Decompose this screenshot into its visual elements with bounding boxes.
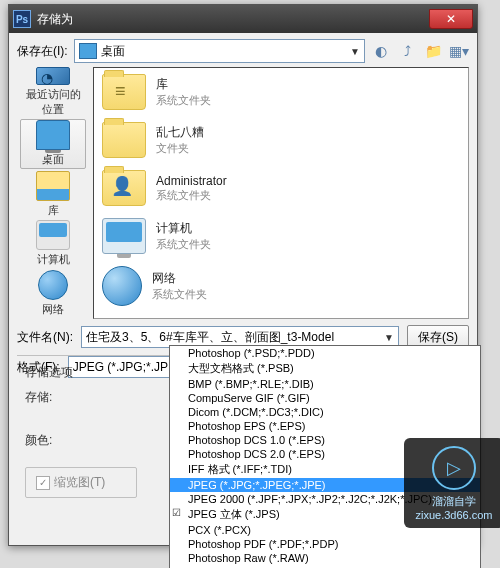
color-label: 颜色: bbox=[25, 432, 77, 449]
place-computer[interactable]: 计算机 bbox=[21, 220, 85, 268]
folder-icon bbox=[102, 122, 146, 158]
item-sub: 系统文件夹 bbox=[156, 93, 211, 108]
desktop-icon bbox=[36, 120, 70, 150]
format-option-label: Photoshop (*.PSD;*.PDD) bbox=[188, 347, 315, 359]
format-option-label: Photoshop PDF (*.PDF;*.PDP) bbox=[188, 538, 338, 550]
item-name: Administrator bbox=[156, 174, 227, 188]
list-item[interactable]: 乱七八糟 文件夹 bbox=[94, 116, 468, 164]
location-toolbar: 保存在(I): 桌面 ▼ ◐ ⤴ 📁 ▦▾ bbox=[9, 33, 477, 67]
format-option-label: 大型文档格式 (*.PSB) bbox=[188, 362, 294, 374]
thumbnail-checkbox[interactable]: ✓ 缩览图(T) bbox=[25, 467, 137, 498]
watermark-line1: 溜溜自学 bbox=[432, 494, 476, 509]
place-desktop[interactable]: 桌面 bbox=[20, 119, 86, 169]
up-button[interactable]: ⤴ bbox=[397, 41, 417, 61]
checkbox-icon: ✓ bbox=[36, 476, 50, 490]
item-sub: 系统文件夹 bbox=[156, 188, 227, 203]
format-option[interactable]: Dicom (*.DCM;*.DC3;*.DIC) bbox=[170, 405, 480, 419]
views-menu-button[interactable]: ▦▾ bbox=[449, 41, 469, 61]
folder-user-icon bbox=[102, 170, 146, 206]
format-option-label: Photoshop DCS 1.0 (*.EPS) bbox=[188, 434, 325, 446]
place-label: 网络 bbox=[42, 302, 64, 317]
place-label: 最近访问的位置 bbox=[21, 87, 85, 117]
check-icon: ☑ bbox=[172, 507, 181, 518]
place-label: 桌面 bbox=[42, 152, 64, 167]
storage-label: 存储: bbox=[25, 389, 77, 406]
globe-icon bbox=[102, 266, 142, 306]
item-name: 库 bbox=[156, 76, 211, 93]
format-option-label: JPEG 立体 (*.JPS) bbox=[188, 508, 280, 520]
new-folder-button[interactable]: 📁 bbox=[423, 41, 443, 61]
item-sub: 系统文件夹 bbox=[152, 287, 207, 302]
item-sub: 文件夹 bbox=[156, 141, 204, 156]
monitor-icon bbox=[102, 218, 146, 254]
back-button[interactable]: ◐ bbox=[371, 41, 391, 61]
desktop-icon bbox=[79, 43, 97, 59]
place-label: 库 bbox=[48, 203, 59, 218]
recent-icon bbox=[36, 67, 70, 85]
format-option-label: CompuServe GIF (*.GIF) bbox=[188, 392, 310, 404]
ps-app-icon: Ps bbox=[13, 10, 31, 28]
format-option-label: JPEG (*.JPG;*.JPEG;*.JPE) bbox=[188, 479, 326, 491]
save-in-dropdown[interactable]: 桌面 ▼ bbox=[74, 39, 365, 63]
places-bar: 最近访问的位置 桌面 库 计算机 网络 bbox=[17, 67, 89, 319]
close-icon: ✕ bbox=[446, 12, 456, 26]
item-sub: 系统文件夹 bbox=[156, 237, 211, 252]
format-option[interactable]: Photoshop EPS (*.EPS) bbox=[170, 419, 480, 433]
save-in-value: 桌面 bbox=[101, 43, 125, 60]
place-network[interactable]: 网络 bbox=[21, 270, 85, 318]
format-option-label: BMP (*.BMP;*.RLE;*.DIB) bbox=[188, 378, 314, 390]
file-list[interactable]: 库 系统文件夹 乱七八糟 文件夹 Administrator 系统文件夹 bbox=[93, 67, 469, 319]
filename-label: 文件名(N): bbox=[17, 329, 73, 346]
format-option-label: Photoshop DCS 2.0 (*.EPS) bbox=[188, 448, 325, 460]
format-option-label: PCX (*.PCX) bbox=[188, 524, 251, 536]
titlebar: Ps 存储为 ✕ bbox=[9, 5, 477, 33]
watermark-badge: ▷ 溜溜自学 zixue.3d66.com bbox=[404, 438, 500, 528]
chevron-down-icon: ▼ bbox=[350, 46, 360, 57]
thumbnail-label: 缩览图(T) bbox=[54, 474, 105, 491]
item-name: 乱七八糟 bbox=[156, 124, 204, 141]
folder-library-icon bbox=[102, 74, 146, 110]
play-icon: ▷ bbox=[432, 446, 476, 490]
format-option-label: Photoshop Raw (*.RAW) bbox=[188, 552, 309, 564]
filename-value: 住宅及3、5、6#车库平、立、剖面图_t3-Model bbox=[86, 329, 334, 346]
close-button[interactable]: ✕ bbox=[429, 9, 473, 29]
format-option-label: JPEG 2000 (*.JPF;*.JPX;*.JP2;*.J2C;*.J2K… bbox=[188, 493, 432, 505]
format-option-label: IFF 格式 (*.IFF;*.TDI) bbox=[188, 463, 292, 475]
watermark-line2: zixue.3d66.com bbox=[415, 509, 492, 521]
format-option[interactable]: Photoshop PDF (*.PDF;*.PDP) bbox=[170, 537, 480, 551]
chevron-down-icon: ▼ bbox=[384, 332, 394, 343]
computer-icon bbox=[36, 220, 70, 250]
save-in-label: 保存在(I): bbox=[17, 43, 68, 60]
format-option[interactable]: 大型文档格式 (*.PSB) bbox=[170, 360, 480, 377]
dialog-body: 最近访问的位置 桌面 库 计算机 网络 库 bbox=[9, 67, 477, 319]
item-name: 计算机 bbox=[156, 220, 211, 237]
list-item[interactable]: 库 系统文件夹 bbox=[94, 68, 468, 116]
format-option-label: Photoshop EPS (*.EPS) bbox=[188, 420, 305, 432]
library-icon bbox=[36, 171, 70, 201]
options-heading: 存储选项 bbox=[25, 364, 77, 381]
format-option[interactable]: Photoshop (*.PSD;*.PDD) bbox=[170, 346, 480, 360]
format-option[interactable]: BMP (*.BMP;*.RLE;*.DIB) bbox=[170, 377, 480, 391]
place-label: 计算机 bbox=[37, 252, 70, 267]
window-title: 存储为 bbox=[37, 11, 429, 28]
list-item[interactable]: Administrator 系统文件夹 bbox=[94, 164, 468, 212]
list-item[interactable]: 网络 系统文件夹 bbox=[94, 260, 468, 312]
list-item[interactable]: 计算机 系统文件夹 bbox=[94, 212, 468, 260]
network-icon bbox=[38, 270, 68, 300]
item-name: 网络 bbox=[152, 270, 207, 287]
format-option[interactable]: Photoshop Raw (*.RAW) bbox=[170, 551, 480, 565]
format-option-label: Dicom (*.DCM;*.DC3;*.DIC) bbox=[188, 406, 324, 418]
place-recent[interactable]: 最近访问的位置 bbox=[21, 67, 85, 117]
place-library[interactable]: 库 bbox=[21, 171, 85, 219]
format-option[interactable]: CompuServe GIF (*.GIF) bbox=[170, 391, 480, 405]
